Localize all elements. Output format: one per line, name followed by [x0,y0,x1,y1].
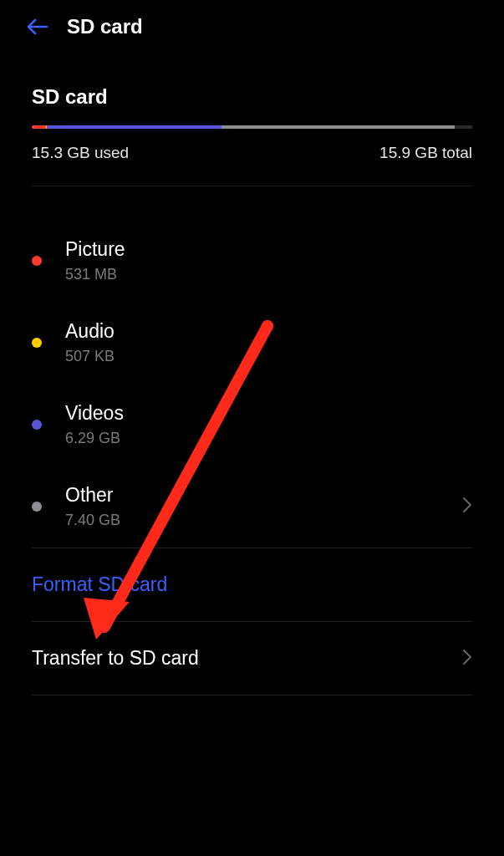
progress-segment [455,125,472,129]
category-name: Other [65,484,462,507]
header: SD card [0,0,504,54]
progress-segment [32,125,46,129]
divider [32,695,472,696]
transfer-to-sd-card-button[interactable]: Transfer to SD card [0,622,504,695]
divider [32,186,472,186]
category-text: Audio507 KB [65,320,472,365]
category-name: Picture [65,238,472,261]
chevron-right-icon [462,649,472,669]
storage-summary: SD card 15.3 GB used 15.9 GB total [0,85,504,162]
progress-segment [221,125,455,129]
category-dot-icon [32,256,42,266]
category-item-picture[interactable]: Picture531 MB [32,220,472,302]
category-text: Videos6.29 GB [65,402,472,447]
category-dot-icon [32,502,42,512]
category-dot-icon [32,338,42,348]
transfer-label: Transfer to SD card [32,647,199,670]
category-text: Picture531 MB [65,238,472,283]
category-size: 507 KB [65,348,472,365]
back-arrow-icon[interactable] [25,15,48,38]
storage-progress-bar [32,125,472,129]
category-name: Videos [65,402,472,425]
storage-total: 15.9 GB total [379,144,472,162]
storage-title: SD card [32,85,472,109]
format-label: Format SD card [32,573,167,596]
storage-used: 15.3 GB used [32,144,129,162]
category-size: 6.29 GB [65,430,472,447]
category-item-videos[interactable]: Videos6.29 GB [32,384,472,466]
category-dot-icon [32,420,42,430]
storage-stats: 15.3 GB used 15.9 GB total [32,144,472,162]
category-size: 7.40 GB [65,512,462,529]
chevron-right-icon [462,497,472,517]
page-title: SD card [67,15,143,38]
category-list: Picture531 MBAudio507 KBVideos6.29 GBOth… [0,220,504,548]
category-size: 531 MB [65,266,472,283]
category-name: Audio [65,320,472,343]
progress-segment [47,125,221,129]
format-sd-card-button[interactable]: Format SD card [0,548,504,621]
category-item-audio[interactable]: Audio507 KB [32,302,472,384]
category-item-other[interactable]: Other7.40 GB [32,466,472,548]
category-text: Other7.40 GB [65,484,462,529]
